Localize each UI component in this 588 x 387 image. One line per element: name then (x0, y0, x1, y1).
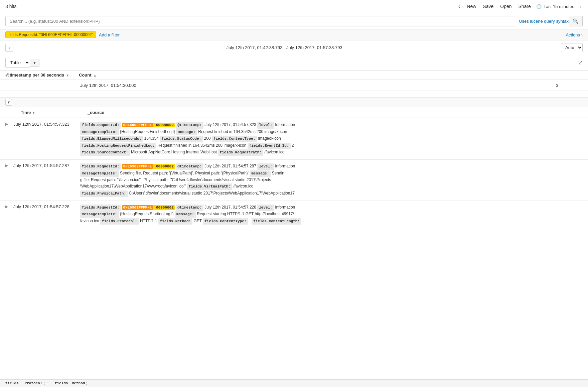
log-row-3: ▶ July 12th 2017, 01:54:57.228 fields.Re… (0, 201, 588, 229)
field-message-1: message: (176, 129, 197, 136)
message-val-3: Request starting HTTP/1.1 GET http://loc… (197, 212, 294, 216)
expand-row: ▼ (0, 98, 588, 107)
data-count: 3 (556, 83, 583, 88)
messageTemplate-val-2: Sending file. Request path: '{VirtualPat… (120, 171, 250, 175)
contenttype-val-3: - (249, 219, 252, 223)
add-filter-button[interactable]: Add a filter + (99, 32, 123, 37)
field-requestid-1: fields.RequestId: (80, 122, 121, 129)
lucene-hint[interactable]: Uses lucene query syntax (519, 19, 569, 24)
field-protocol-3: fields.Protocol: (100, 218, 139, 225)
log-row-1-source: fields.RequestId: 0HL690EFPFPHL:00000002… (80, 122, 583, 156)
field-eventid-1: fields.EventId.Id: (248, 143, 291, 149)
field-status-1: fields.StatusCode: (160, 136, 203, 142)
filter-left: fields.RequestId: "0HL690EFPFPHL:0000000… (5, 31, 123, 38)
field-contentlength-3: fields.ContentLength: (252, 218, 301, 225)
field-message-2: message: (250, 170, 271, 177)
expand-button[interactable]: ⤢ (578, 59, 583, 66)
messageTemplate-val-1: {HostingRequestFinishedLog:l} (120, 129, 176, 134)
time-range: 🕐 Last 15 minutes (536, 4, 574, 9)
requestid-part1-2: 0HL690EFPFPHL (122, 164, 153, 169)
requestid-part1-3: 0HL690EFPFPHL (122, 205, 153, 210)
log-row-1-time: July 12th 2017, 01:54:57.323 (13, 122, 80, 127)
timestamp-val-3: July 12th 2017, 01:54:57.228 (204, 205, 257, 210)
actions-button[interactable]: Actions › (566, 32, 583, 37)
search-bar: Uses lucene query syntax 🔍 (0, 13, 588, 29)
sourcecontext-val-1: Microsoft.AspNetCore.Hosting.Internal.We… (131, 150, 218, 154)
log-col-time: Time ▼ (21, 110, 88, 115)
message-val-2: Sendin (272, 171, 284, 175)
field-messageTemplate-1: messageTemplate: (80, 129, 119, 136)
level-val-3: Information (275, 205, 295, 210)
message-val-1: Request finished in 164.3542ms 200 image… (198, 129, 287, 134)
new-button[interactable]: New (465, 3, 477, 10)
active-filter[interactable]: fields.RequestId: "0HL690EFPFPHL:0000000… (5, 31, 96, 38)
field-contenttype-3: fields.ContentType: (203, 218, 248, 225)
field-virtualpath-2: fields.VirtualPath: (187, 183, 232, 190)
elapsed-val-1: 164.354 (144, 136, 160, 141)
timestamp-val-2: July 12th 2017, 01:54:57.287 (204, 164, 257, 168)
contenttype-val-1: image/x-icon (258, 136, 281, 141)
requestid-part1-1: 0HL690EFPFPHL (122, 123, 153, 127)
messageTemplate-val-3: {HostingRequestStartingLog:l} (120, 212, 175, 216)
field-requestid-2: fields.RequestId: (80, 163, 121, 170)
hits-count: 3 hits (5, 4, 16, 9)
filter-bar: fields.RequestId: "0HL690EFPFPHL:0000000… (0, 29, 588, 40)
method-val-3: GET (193, 219, 203, 223)
nav-prev-button[interactable]: ‹ (457, 3, 461, 10)
share-button[interactable]: Share (517, 3, 532, 10)
field-contenttype-1: fields.ContentType: (212, 136, 257, 142)
timeline-area: › July 12th 2017, 01:42:38.793 - July 12… (0, 40, 588, 55)
search-button[interactable]: 🔍 (569, 16, 583, 26)
time-sort: ▼ (32, 111, 35, 115)
log-col-expand (5, 110, 21, 115)
field-timestamp-2: @timestamp: (176, 163, 203, 170)
clock-icon: 🕐 (536, 4, 542, 9)
view-select-arrow[interactable]: ▼ (30, 59, 39, 67)
message-cont-3: favicon.ico (80, 219, 100, 223)
requestpath-val-1: /favicon.ico (264, 150, 284, 154)
col-count: Count ▲ (79, 73, 583, 78)
field-level-3: level: (257, 205, 274, 211)
data-timestamp: July 12th 2017, 01:54:30.000 (80, 83, 556, 88)
log-row-3-expand[interactable]: ▶ (5, 204, 12, 209)
field-requestpath-1: fields.RequestPath: (218, 149, 263, 156)
data-row: July 12th 2017, 01:54:30.000 3 (0, 80, 588, 91)
requestid-part2-3: :00000002 (153, 205, 174, 210)
count-sort-indicator: ▲ (93, 74, 97, 77)
field-level-2: level: (257, 163, 274, 170)
log-row-1-expand[interactable]: ▶ (5, 122, 12, 126)
log-row-2-expand[interactable]: ▶ (5, 163, 12, 168)
view-select[interactable]: Table (5, 58, 30, 68)
top-actions: ‹ New Save Open Share 🕐 Last 15 minutes … (457, 3, 583, 10)
field-elapsed-1: fields.ElapsedMilliseconds: (80, 136, 143, 142)
level-val-2: Information (275, 164, 295, 168)
time-range-label: Last 15 minutes (544, 4, 574, 9)
field-sourcecontext-1: fields.SourceContext: (80, 149, 130, 156)
finishedlog-val-1: Request finished in 164.3542ms 200 image… (157, 143, 248, 148)
message-cont-2: g file. Request path: '"/favicon.ico"'. … (80, 177, 271, 182)
col-timestamp: @timestamp per 30 seconds ▼ (5, 73, 79, 78)
search-input[interactable] (5, 16, 516, 26)
log-row-3-source: fields.RequestId: 0HL690EFPFPHL:00000002… (80, 204, 583, 225)
timeline-toggle-button[interactable]: › (5, 44, 13, 52)
virtualpath-val-2: /favicon.ico (233, 184, 253, 188)
field-messageTemplate-3: messageTemplate: (80, 211, 119, 218)
top-bar: 3 hits ‹ New Save Open Share 🕐 Last 15 m… (0, 0, 588, 13)
nav-next-button[interactable]: › (578, 3, 583, 10)
log-row-3-time: July 12th 2017, 01:54:57.228 (13, 204, 80, 209)
field-method-3: fields.Method: (158, 218, 192, 225)
view-controls: Table ▼ ⤢ (0, 55, 588, 71)
field-requestid-3: fields.RequestId: (80, 205, 121, 211)
requestid-part2-1: :00000002 (153, 123, 174, 127)
physicalpath-val-2: C:\Users\dfowler\documents\visual studio… (129, 191, 295, 196)
log-row-2-source: fields.RequestId: 0HL690EFPFPHL:00000002… (80, 163, 583, 197)
content-area: @timestamp per 30 seconds ▼ Count ▲ July… (0, 71, 588, 238)
field-timestamp-3: @timestamp: (176, 205, 203, 211)
sort-indicator: ▼ (66, 74, 69, 77)
auto-select[interactable]: Auto (561, 43, 583, 52)
date-range: July 12th 2017, 01:42:38.793 - July 12th… (17, 45, 557, 50)
all-expand-toggle[interactable]: ▼ (5, 99, 12, 106)
message-cont2-2: \WebApplication17\WebApplication17\wwwro… (80, 184, 187, 188)
save-button[interactable]: Save (481, 3, 495, 10)
open-button[interactable]: Open (499, 3, 513, 10)
